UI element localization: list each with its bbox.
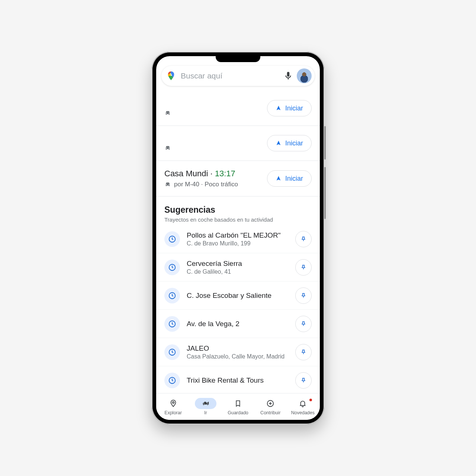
search-input[interactable] (180, 71, 280, 81)
suggestion-item[interactable]: Pollos al Carbón "EL MEJOR" C. de Bravo … (156, 225, 320, 253)
clock-icon (164, 231, 180, 247)
pin-button[interactable] (295, 316, 312, 332)
route-sub-text: por M-40 · Poco tráfico (174, 181, 238, 188)
clock-icon (164, 288, 180, 303)
suggestion-name: Av. de la Vega, 2 (187, 320, 289, 328)
pin-button[interactable] (295, 344, 312, 360)
pin-button[interactable] (295, 372, 312, 389)
suggestions-title: Sugerencias (164, 205, 312, 215)
clock-icon (164, 344, 180, 360)
suggestions-header: Sugerencias Trayectos en coche basados e… (156, 197, 320, 225)
car-icon (164, 145, 171, 151)
nav-novedades[interactable]: Novedades (287, 398, 319, 415)
route-time: 13:17 (215, 169, 235, 178)
start-label: Iniciar (285, 139, 303, 147)
nav-label: Contribuir (260, 410, 280, 415)
suggestion-name: JALEO (187, 344, 289, 353)
suggestion-item[interactable]: C. Jose Escobar y Saliente (156, 282, 320, 310)
bottom-nav: Explorar Ir Guardado Contribuir N (156, 393, 320, 420)
clock-icon (164, 260, 180, 275)
pin-button[interactable] (295, 231, 312, 247)
side-button (324, 167, 326, 219)
clock-icon (164, 316, 180, 332)
nav-label: Explorar (164, 410, 182, 415)
suggestion-address: C. de Galileo, 41 (187, 268, 289, 275)
suggestion-name: Pollos al Carbón "EL MEJOR" (187, 231, 289, 239)
nav-contribuir[interactable]: Contribuir (254, 398, 287, 415)
pin-button[interactable] (295, 287, 312, 304)
suggestions-subtitle: Trayectos en coche basados en tu activid… (164, 216, 312, 223)
nav-label: Guardado (228, 410, 248, 415)
pin-button[interactable] (295, 259, 312, 276)
mic-icon[interactable] (283, 71, 293, 81)
nav-guardado[interactable]: Guardado (222, 398, 254, 415)
nav-label: Novedades (291, 410, 315, 415)
side-button (324, 126, 326, 160)
nav-explorar[interactable]: Explorar (157, 398, 189, 415)
content-scroll: Iniciar Iniciar (156, 91, 320, 393)
route-card-casa-mundi[interactable]: Casa Mundi · 13:17 por M-40 · Poco tráfi… (156, 161, 320, 197)
nav-ir[interactable]: Ir (189, 398, 222, 415)
clock-icon (164, 373, 180, 388)
start-button[interactable]: Iniciar (267, 135, 312, 151)
start-label: Iniciar (285, 175, 303, 183)
car-icon (164, 181, 171, 188)
suggestion-name: C. Jose Escobar y Saliente (187, 292, 289, 300)
start-button[interactable]: Iniciar (267, 100, 312, 116)
car-icon (164, 110, 171, 116)
suggestion-item[interactable]: Av. de la Vega, 2 (156, 310, 320, 338)
suggestion-address: C. de Bravo Murillo, 199 (187, 240, 289, 247)
route-card[interactable]: Iniciar (156, 126, 320, 161)
maps-logo-icon (166, 71, 176, 81)
phone-frame: Iniciar Iniciar (152, 52, 324, 424)
start-label: Iniciar (285, 104, 303, 112)
route-card[interactable]: Iniciar (156, 91, 320, 126)
suggestion-item[interactable]: JALEO Casa Palazuelo, Calle Mayor, Madri… (156, 338, 320, 366)
avatar[interactable] (297, 68, 312, 83)
suggestion-item[interactable]: Trixi Bike Rental & Tours (156, 366, 320, 393)
suggestion-item[interactable]: Cervecería Sierra C. de Galileo, 41 (156, 253, 320, 282)
start-button[interactable]: Iniciar (267, 170, 312, 187)
notification-dot-icon (309, 399, 312, 401)
svg-point-7 (172, 402, 174, 403)
route-name: Casa Mundi (164, 169, 208, 178)
nav-label: Ir (204, 410, 207, 415)
suggestion-address: Casa Palazuelo, Calle Mayor, Madrid (187, 353, 289, 360)
suggestion-name: Cervecería Sierra (187, 260, 289, 268)
search-bar-container (156, 56, 320, 91)
route-title: Casa Mundi · 13:17 (164, 169, 267, 178)
screen: Iniciar Iniciar (156, 56, 320, 420)
suggestion-name: Trixi Bike Rental & Tours (187, 376, 289, 385)
search-bar[interactable] (161, 66, 315, 86)
